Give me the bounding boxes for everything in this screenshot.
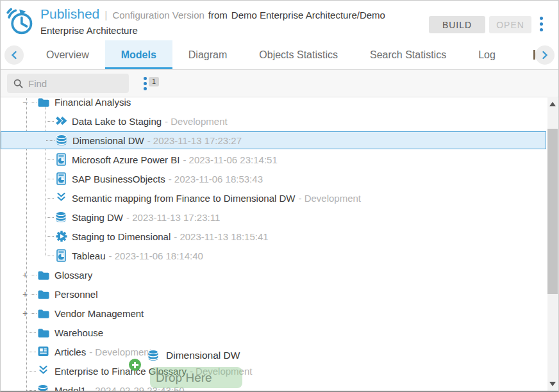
drop-target-label: Drop Here [156, 371, 212, 385]
tree-connector [46, 159, 54, 160]
collapse-minus-toggle[interactable]: − [22, 98, 28, 106]
scroll-down-arrow-icon[interactable] [549, 382, 556, 386]
tree-item-suffix: - 2023-11-13 17:23:27 [147, 135, 242, 146]
title-separator: | [104, 10, 107, 20]
drag-ghost: Dimensional DW [147, 349, 240, 362]
tree-item-semantic-mapping-from-finance-to-dimensional-dw[interactable]: Semantic mapping from Finance to Dimensi… [1, 188, 546, 208]
folder-icon [37, 97, 50, 108]
tabs-scroll-left-button[interactable] [4, 45, 24, 65]
tree-item-glossary[interactable]: +Glossary [1, 265, 546, 284]
tree-item-warehouse[interactable]: Warehouse [1, 323, 546, 342]
expand-plus-toggle[interactable]: + [22, 271, 28, 279]
tab-diagram[interactable]: Diagram [172, 40, 243, 69]
tree-item-data-lake-to-staging[interactable]: Data Lake to Staging- Development [1, 111, 546, 131]
find-input[interactable] [28, 78, 118, 89]
article-icon [37, 345, 50, 358]
drag-add-plus-icon [129, 359, 141, 371]
tree-toolbar: 1 [1, 70, 558, 97]
tab-log[interactable]: Log [462, 40, 512, 69]
open-button[interactable]: OPEN [489, 16, 531, 33]
tree-item-personnel[interactable]: +Personnel [1, 284, 546, 304]
drop-target[interactable]: Drop Here [150, 367, 242, 388]
version-label: Configuration Version [112, 10, 204, 20]
tree-item-label: Semantic mapping from Finance to Dimensi… [72, 193, 295, 204]
tree-item-articles[interactable]: Articles- Development [1, 342, 546, 361]
tree-connector [31, 275, 37, 275]
find-box[interactable] [7, 74, 129, 93]
database-icon [147, 349, 160, 362]
tree-item-label: Staging to Dimensional [72, 231, 171, 242]
expand-plus-toggle[interactable]: + [22, 290, 28, 298]
report-icon [55, 249, 68, 262]
folder-icon [37, 268, 50, 281]
tree-item-model1[interactable]: Model1- 2024-02-29 23:43:50 [1, 380, 546, 392]
tab-list: OverviewModelsDiagramObjects StatisticsS… [30, 40, 512, 69]
expand-plus-toggle[interactable]: + [22, 309, 28, 317]
tree-item-label: Financial Analysis [54, 97, 131, 108]
flow-icon [55, 115, 68, 127]
tree-item-label: Articles [54, 347, 86, 357]
report-icon [55, 153, 68, 166]
header-menu-kebab-icon[interactable] [538, 17, 544, 33]
scroll-up-arrow-icon[interactable] [549, 102, 556, 106]
published-version-clock-icon [6, 8, 35, 36]
scrollbar-thumb[interactable] [547, 129, 558, 294]
tree-connector [31, 102, 37, 102]
tab-bar: OverviewModelsDiagramObjects StatisticsS… [1, 40, 558, 70]
tree-item-label: Model1 [54, 385, 86, 392]
tree-item-suffix: - Development [165, 116, 228, 127]
tree-item-label: Personnel [54, 289, 98, 300]
database-icon [37, 384, 50, 392]
tab-search-statistics[interactable]: Search Statistics [354, 40, 462, 69]
mapping-icon [37, 364, 50, 377]
folder-icon [37, 288, 50, 300]
vertical-scrollbar[interactable] [547, 97, 558, 391]
tree-item-vendor-management[interactable]: +Vendor Management [1, 304, 546, 323]
tree-item-label: Microsoft Azure Power BI [72, 154, 179, 165]
tree-item-tableau[interactable]: Tableau- 2023-11-06 18:14:40 [1, 246, 546, 265]
folder-icon [37, 326, 50, 339]
tree-item-staging-dw[interactable]: Staging DW- 2023-11-13 17:23:11 [1, 208, 546, 227]
tree-item-microsoft-azure-power-bi[interactable]: Microsoft Azure Power BI- 2023-11-06 23:… [1, 150, 546, 169]
tree-connector [46, 236, 54, 237]
gear-icon [55, 230, 68, 243]
tree-item-label: SAP BusinessObjects [72, 174, 165, 184]
tree-item-suffix: - 2023-11-06 18:53:43 [169, 174, 263, 184]
tree-item-label: Warehouse [54, 327, 103, 338]
database-icon [56, 134, 69, 147]
tree-item-sap-businessobjects[interactable]: SAP BusinessObjects- 2023-11-06 18:53:43 [1, 169, 546, 188]
tree-item-suffix: - 2023-11-13 17:23:11 [126, 212, 220, 223]
tree-item-label: Dimensional DW [72, 135, 144, 146]
tree-item-enterprise-to-finance-glossary[interactable]: Enterprise to Finance Glossary- Developm… [1, 361, 546, 380]
tab-models[interactable]: Models [105, 40, 172, 69]
tree-connector [46, 217, 54, 218]
tree-connector [46, 256, 54, 256]
model-tree: −Financial AnalysisData Lake to Staging-… [1, 97, 549, 392]
mapping-icon [55, 192, 68, 204]
drag-ghost-label: Dimensional DW [166, 350, 240, 361]
tree-item-suffix: - Development [89, 347, 152, 357]
tree-connector [26, 352, 36, 352]
publish-status: Published [40, 6, 99, 21]
tree-item-financial-analysis[interactable]: −Financial Analysis [1, 97, 546, 111]
chevron-left-icon [10, 51, 18, 60]
tree-item-suffix: - 2023-11-13 18:15:41 [174, 231, 268, 242]
filter-options-kebab-icon[interactable] [143, 77, 147, 91]
tree-connector [26, 390, 36, 391]
tree-connector [26, 371, 36, 372]
tree-connector [46, 198, 54, 199]
tab-overview[interactable]: Overview [30, 40, 105, 69]
tree-item-staging-to-dimensional[interactable]: Staging to Dimensional- 2023-11-13 18:15… [1, 227, 546, 246]
tree-item-label: Tableau [72, 250, 106, 261]
tree-item-suffix: - 2023-11-06 23:14:51 [183, 154, 277, 165]
header: Published|Configuration VersionfromDemo … [1, 1, 558, 40]
from-label: from [208, 10, 228, 20]
tree-item-dimensional-dw[interactable]: Dimensional DW- 2023-11-13 17:23:27 [1, 131, 546, 149]
database-icon [55, 211, 68, 224]
tab-objects-statistics[interactable]: Objects Statistics [243, 40, 354, 69]
tree-connector [31, 294, 37, 295]
build-button[interactable]: BUILD [429, 16, 485, 33]
tree-connector [46, 179, 54, 179]
tabs-scroll-right-button[interactable] [535, 45, 555, 65]
tree-connector [31, 313, 37, 314]
